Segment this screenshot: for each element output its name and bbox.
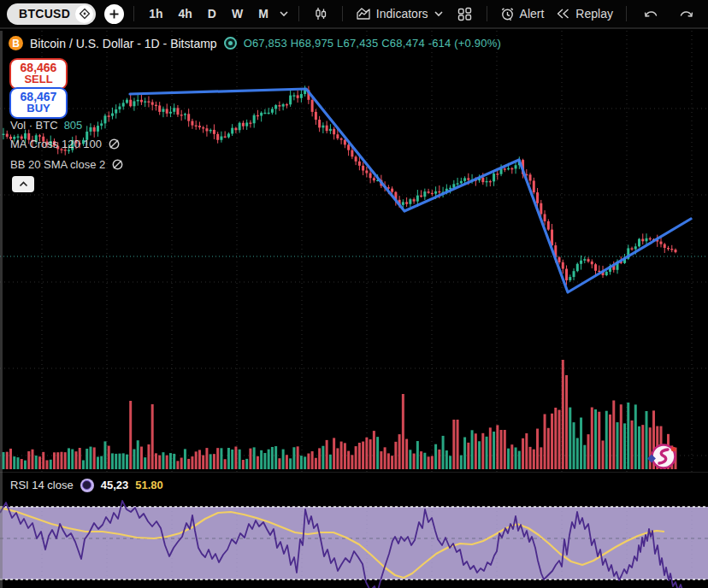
replay-button[interactable]: Replay (552, 7, 617, 21)
collapse-legend-button[interactable] (12, 176, 34, 192)
window-left-edge (0, 31, 3, 588)
chart-style-candles-icon[interactable] (309, 7, 333, 21)
replay-rewind-icon (556, 8, 570, 20)
source-status-icon[interactable] (224, 37, 237, 50)
indicators-label: Indicators (376, 7, 428, 21)
indicators-icon (356, 7, 371, 21)
toolbar-separator (342, 6, 343, 21)
top-toolbar: BTCUSD 1h 4h D W M (0, 0, 708, 29)
gem-diamond-icon[interactable] (75, 5, 93, 23)
sell-button[interactable]: 68,466 SELL (9, 58, 68, 90)
eye-hidden-icon[interactable] (108, 138, 121, 150)
buy-price: 68,467 (11, 91, 66, 103)
toolbar-separator (487, 6, 487, 21)
timeframe-1m[interactable]: M (253, 7, 274, 21)
undo-icon[interactable] (636, 8, 666, 21)
price-chart-canvas[interactable] (0, 0, 708, 588)
bb-legend-row[interactable]: BB 20 SMA close 2 (10, 158, 124, 171)
layout-grid-icon[interactable] (452, 7, 477, 21)
rsi-source-icon[interactable] (80, 479, 94, 492)
redo-icon[interactable] (671, 8, 701, 21)
alert-label: Alert (520, 7, 545, 21)
timeframe-4h[interactable]: 4h (173, 7, 197, 21)
ohlc-values: O67,853 H68,975 L67,435 C68,474 -614 (+0… (244, 37, 501, 50)
ma-cross-label: MA Cross 120 100 (10, 138, 102, 150)
rsi-value: 45,23 (101, 479, 129, 491)
symbol-legend-row[interactable]: B Bitcoin / U.S. Dollar - 1D - Bitstamp … (9, 36, 501, 50)
buy-button[interactable]: 68,467 BUY (9, 87, 68, 119)
symbol-label: BTCUSD (19, 7, 70, 21)
timeframe-chevron-down-icon[interactable] (279, 10, 289, 17)
symbol-search-button[interactable]: BTCUSD (7, 3, 96, 25)
rsi-label: RSI 14 close (10, 479, 74, 491)
toolbar-separator (298, 6, 299, 21)
volume-label: Vol · BTC (10, 119, 58, 132)
volume-legend-row[interactable]: Vol · BTC 805 (10, 119, 82, 132)
timeframe-1w[interactable]: W (227, 7, 248, 21)
sell-price: 68,466 (11, 62, 66, 74)
buy-label: BUY (11, 103, 66, 115)
alarm-clock-icon (500, 7, 515, 21)
rsi-ma-value: 51.80 (135, 479, 163, 491)
volume-value: 805 (64, 119, 83, 132)
alert-button[interactable]: Alert (497, 7, 548, 21)
replay-label: Replay (575, 7, 613, 21)
timeframe-1h[interactable]: 1h (144, 7, 168, 21)
sell-label: SELL (11, 74, 66, 85)
bitcoin-logo-icon: B (9, 36, 23, 50)
indicators-chevron-down-icon (434, 10, 444, 17)
toolbar-separator (133, 6, 134, 21)
rsi-pane-header[interactable]: RSI 14 close 45,23 51.80 (0, 472, 708, 497)
compare-add-symbol-button[interactable] (104, 4, 124, 24)
bb-label: BB 20 SMA close 2 (10, 158, 105, 171)
trading-app-window: BTCUSD 1h 4h D W M (0, 0, 708, 588)
toolbar-separator (626, 6, 627, 21)
symbol-title: Bitcoin / U.S. Dollar - 1D - Bitstamp (30, 37, 217, 50)
timeframe-1d[interactable]: D (203, 7, 221, 21)
ma-cross-legend-row[interactable]: MA Cross 120 100 (10, 138, 121, 150)
eye-hidden-icon[interactable] (111, 158, 124, 171)
flash-sticker-icon (646, 441, 679, 475)
indicators-button[interactable]: Indicators (352, 7, 447, 21)
